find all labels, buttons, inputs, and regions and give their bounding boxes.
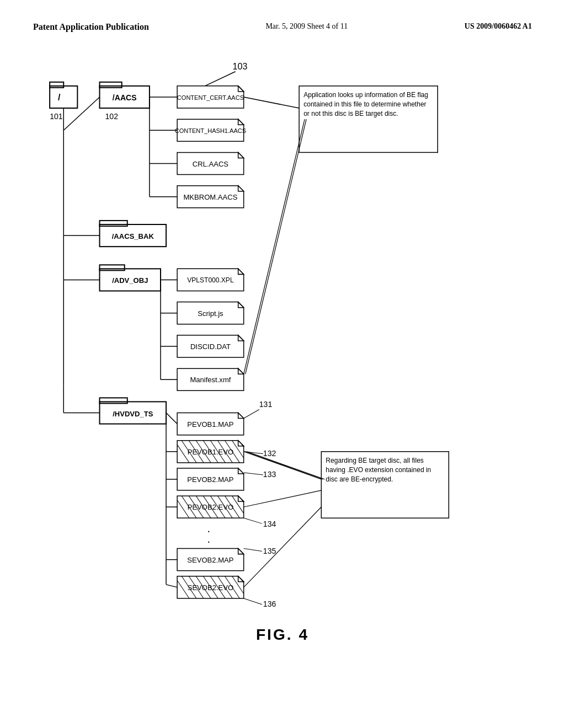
- ellipsis-2: ·: [207, 535, 211, 547]
- svg-marker-22: [238, 302, 244, 308]
- header: Patent Application Publication Mar. 5, 2…: [33, 22, 532, 32]
- svg-marker-14: [238, 152, 244, 158]
- header-center-label: Mar. 5, 2009 Sheet 4 of 11: [265, 22, 348, 31]
- aacs-bak-folder-label: /AACS_BAK: [112, 232, 154, 240]
- ref-131: 131: [259, 400, 273, 409]
- page: Patent Application Publication Mar. 5, 2…: [0, 0, 565, 728]
- ref-135: 135: [263, 547, 276, 555]
- pevob2-evo-label: PEVOB2.EVO: [188, 503, 233, 511]
- svg-line-88: [244, 490, 322, 507]
- content-cert-label: CONTENT_CERT.AACS: [177, 94, 244, 101]
- svg-line-75: [166, 413, 177, 424]
- svg-marker-46: [238, 468, 244, 474]
- ref-132: 132: [263, 449, 276, 458]
- svg-marker-47: [238, 496, 244, 501]
- crl-label: CRL.AACS: [193, 160, 229, 168]
- manifest-label: Manifest.xmf: [190, 376, 231, 384]
- ref-103: 103: [233, 61, 248, 71]
- svg-line-4: [63, 97, 99, 130]
- ref-136: 136: [263, 599, 276, 608]
- pevob1-evo-label: PEVOB1.EVO: [188, 448, 233, 456]
- diagram-area: 103 / 101 /AACS 102 /AACS_BAK: [33, 49, 532, 655]
- svg-marker-23: [238, 335, 244, 341]
- svg-marker-21: [238, 269, 244, 274]
- svg-line-59: [244, 518, 262, 523]
- mkbrom-label: MKBROM.AACS: [183, 193, 237, 201]
- svg-marker-12: [238, 86, 244, 92]
- svg-line-89: [244, 507, 322, 587]
- svg-line-87: [247, 452, 325, 479]
- ref-101: 101: [50, 112, 63, 121]
- svg-line-45: [244, 473, 263, 475]
- ref-102: 102: [105, 112, 119, 121]
- svg-line-60: [244, 549, 262, 552]
- svg-marker-13: [238, 119, 244, 125]
- ref-134: 134: [263, 520, 276, 528]
- svg-rect-3: [100, 82, 122, 88]
- adv-obj-folder-label: /ADV_OBJ: [112, 276, 148, 285]
- root-folder-label: /: [58, 92, 61, 102]
- svg-rect-7: [100, 265, 125, 270]
- header-right-label: US 2009/0060462 A1: [465, 22, 532, 31]
- header-left-label: Patent Application Publication: [33, 22, 149, 32]
- svg-line-81: [166, 585, 177, 587]
- svg-line-30: [244, 409, 259, 418]
- svg-marker-24: [238, 368, 244, 374]
- vplst-label: VPLST000.XPL: [187, 276, 234, 284]
- aacs-folder-label: /AACS: [113, 93, 137, 102]
- svg-marker-61: [238, 549, 244, 554]
- diagram-svg: 103 / 101 /AACS 102 /AACS_BAK: [33, 49, 532, 655]
- svg-line-83: [244, 119, 305, 374]
- svg-line-0: [205, 72, 235, 86]
- script-label: Script.js: [198, 309, 223, 318]
- sevob2-evo-label: SEVOB2.EVO: [188, 584, 233, 592]
- svg-line-82: [244, 97, 299, 108]
- figure-caption: FIG. 4: [256, 626, 309, 643]
- svg-rect-9: [100, 398, 127, 403]
- content-hash-label: CONTENT_HASH1.AACS: [175, 127, 246, 134]
- svg-line-85: [244, 452, 322, 479]
- sevob2-map-label: SEVOB2.MAP: [187, 556, 233, 564]
- svg-line-86: [246, 452, 323, 479]
- svg-rect-5: [100, 221, 127, 226]
- svg-marker-15: [238, 186, 244, 191]
- svg-marker-31: [238, 413, 244, 418]
- svg-marker-33: [238, 441, 244, 446]
- note1-text: Application looks up information of BE f…: [302, 89, 435, 120]
- root-folder-icon: [50, 86, 77, 108]
- ref-133: 133: [263, 470, 276, 479]
- svg-line-84: [246, 119, 306, 374]
- svg-rect-1: [50, 82, 63, 88]
- pevob1-map-label: PEVOB1.MAP: [187, 420, 233, 429]
- discid-label: DISCID.DAT: [190, 342, 231, 351]
- pevob2-map-label: PEVOB2.MAP: [187, 475, 233, 484]
- note2-text: Regarding BE target disc, all files havi…: [324, 454, 446, 486]
- hvdvd-folder-label: /HVDVD_TS: [113, 410, 153, 418]
- svg-line-74: [244, 598, 262, 604]
